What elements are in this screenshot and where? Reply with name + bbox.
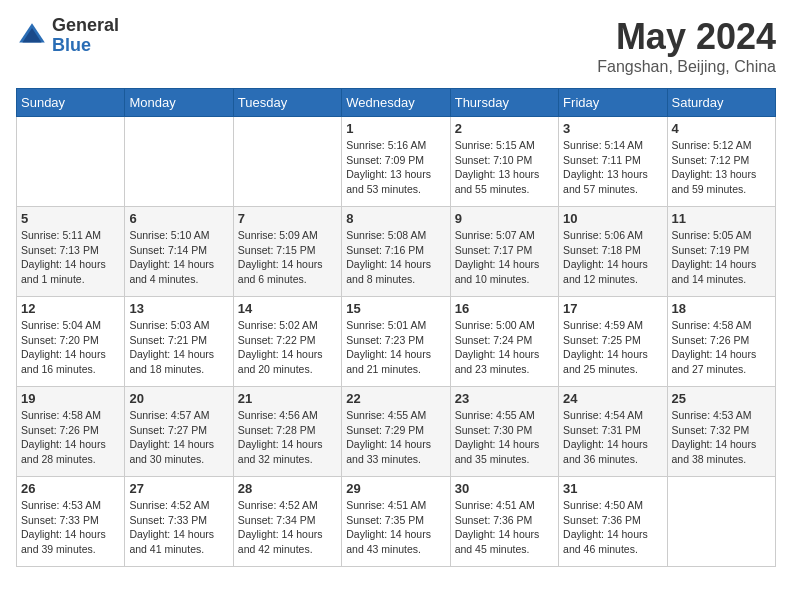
day-info: Sunrise: 5:00 AMSunset: 7:24 PMDaylight:… <box>455 318 554 377</box>
day-info: Sunrise: 5:01 AMSunset: 7:23 PMDaylight:… <box>346 318 445 377</box>
day-info: Sunrise: 5:15 AMSunset: 7:10 PMDaylight:… <box>455 138 554 197</box>
calendar-week-1: 1Sunrise: 5:16 AMSunset: 7:09 PMDaylight… <box>17 117 776 207</box>
day-number: 19 <box>21 391 120 406</box>
day-info: Sunrise: 4:53 AMSunset: 7:32 PMDaylight:… <box>672 408 771 467</box>
day-number: 21 <box>238 391 337 406</box>
day-number: 1 <box>346 121 445 136</box>
day-info: Sunrise: 4:51 AMSunset: 7:35 PMDaylight:… <box>346 498 445 557</box>
day-number: 29 <box>346 481 445 496</box>
day-number: 3 <box>563 121 662 136</box>
day-number: 22 <box>346 391 445 406</box>
calendar-cell: 7Sunrise: 5:09 AMSunset: 7:15 PMDaylight… <box>233 207 341 297</box>
calendar-cell: 5Sunrise: 5:11 AMSunset: 7:13 PMDaylight… <box>17 207 125 297</box>
logo: General Blue <box>16 16 119 56</box>
day-info: Sunrise: 4:57 AMSunset: 7:27 PMDaylight:… <box>129 408 228 467</box>
day-number: 23 <box>455 391 554 406</box>
day-info: Sunrise: 5:02 AMSunset: 7:22 PMDaylight:… <box>238 318 337 377</box>
calendar-cell <box>125 117 233 207</box>
page-header: General Blue May 2024 Fangshan, Beijing,… <box>16 16 776 76</box>
calendar-header: SundayMondayTuesdayWednesdayThursdayFrid… <box>17 89 776 117</box>
day-number: 18 <box>672 301 771 316</box>
weekday-header-monday: Monday <box>125 89 233 117</box>
logo-text: General Blue <box>52 16 119 56</box>
calendar-cell: 21Sunrise: 4:56 AMSunset: 7:28 PMDayligh… <box>233 387 341 477</box>
day-number: 26 <box>21 481 120 496</box>
calendar-cell: 2Sunrise: 5:15 AMSunset: 7:10 PMDaylight… <box>450 117 558 207</box>
day-number: 25 <box>672 391 771 406</box>
calendar-cell: 25Sunrise: 4:53 AMSunset: 7:32 PMDayligh… <box>667 387 775 477</box>
calendar-cell: 20Sunrise: 4:57 AMSunset: 7:27 PMDayligh… <box>125 387 233 477</box>
calendar-cell: 14Sunrise: 5:02 AMSunset: 7:22 PMDayligh… <box>233 297 341 387</box>
day-info: Sunrise: 4:55 AMSunset: 7:29 PMDaylight:… <box>346 408 445 467</box>
day-info: Sunrise: 5:07 AMSunset: 7:17 PMDaylight:… <box>455 228 554 287</box>
calendar-cell: 27Sunrise: 4:52 AMSunset: 7:33 PMDayligh… <box>125 477 233 567</box>
day-info: Sunrise: 4:58 AMSunset: 7:26 PMDaylight:… <box>672 318 771 377</box>
day-number: 10 <box>563 211 662 226</box>
calendar-cell: 1Sunrise: 5:16 AMSunset: 7:09 PMDaylight… <box>342 117 450 207</box>
day-info: Sunrise: 5:04 AMSunset: 7:20 PMDaylight:… <box>21 318 120 377</box>
calendar-cell: 24Sunrise: 4:54 AMSunset: 7:31 PMDayligh… <box>559 387 667 477</box>
calendar-cell: 28Sunrise: 4:52 AMSunset: 7:34 PMDayligh… <box>233 477 341 567</box>
calendar-week-4: 19Sunrise: 4:58 AMSunset: 7:26 PMDayligh… <box>17 387 776 477</box>
day-number: 20 <box>129 391 228 406</box>
day-number: 14 <box>238 301 337 316</box>
calendar-cell: 15Sunrise: 5:01 AMSunset: 7:23 PMDayligh… <box>342 297 450 387</box>
calendar-cell: 12Sunrise: 5:04 AMSunset: 7:20 PMDayligh… <box>17 297 125 387</box>
subtitle: Fangshan, Beijing, China <box>597 58 776 76</box>
day-info: Sunrise: 5:05 AMSunset: 7:19 PMDaylight:… <box>672 228 771 287</box>
calendar-cell <box>17 117 125 207</box>
day-number: 8 <box>346 211 445 226</box>
main-title: May 2024 <box>597 16 776 58</box>
day-info: Sunrise: 4:59 AMSunset: 7:25 PMDaylight:… <box>563 318 662 377</box>
calendar-cell: 19Sunrise: 4:58 AMSunset: 7:26 PMDayligh… <box>17 387 125 477</box>
day-number: 15 <box>346 301 445 316</box>
day-number: 31 <box>563 481 662 496</box>
day-info: Sunrise: 4:56 AMSunset: 7:28 PMDaylight:… <box>238 408 337 467</box>
day-info: Sunrise: 4:51 AMSunset: 7:36 PMDaylight:… <box>455 498 554 557</box>
day-number: 5 <box>21 211 120 226</box>
day-number: 24 <box>563 391 662 406</box>
day-info: Sunrise: 5:16 AMSunset: 7:09 PMDaylight:… <box>346 138 445 197</box>
day-info: Sunrise: 5:06 AMSunset: 7:18 PMDaylight:… <box>563 228 662 287</box>
day-number: 7 <box>238 211 337 226</box>
calendar-week-5: 26Sunrise: 4:53 AMSunset: 7:33 PMDayligh… <box>17 477 776 567</box>
day-info: Sunrise: 5:11 AMSunset: 7:13 PMDaylight:… <box>21 228 120 287</box>
calendar-cell: 23Sunrise: 4:55 AMSunset: 7:30 PMDayligh… <box>450 387 558 477</box>
calendar-cell: 31Sunrise: 4:50 AMSunset: 7:36 PMDayligh… <box>559 477 667 567</box>
calendar-cell: 3Sunrise: 5:14 AMSunset: 7:11 PMDaylight… <box>559 117 667 207</box>
calendar-cell: 16Sunrise: 5:00 AMSunset: 7:24 PMDayligh… <box>450 297 558 387</box>
day-number: 11 <box>672 211 771 226</box>
logo-icon <box>16 20 48 52</box>
logo-general: General <box>52 16 119 36</box>
calendar-table: SundayMondayTuesdayWednesdayThursdayFrid… <box>16 88 776 567</box>
day-number: 12 <box>21 301 120 316</box>
day-info: Sunrise: 5:10 AMSunset: 7:14 PMDaylight:… <box>129 228 228 287</box>
calendar-cell: 22Sunrise: 4:55 AMSunset: 7:29 PMDayligh… <box>342 387 450 477</box>
day-number: 28 <box>238 481 337 496</box>
calendar-cell: 30Sunrise: 4:51 AMSunset: 7:36 PMDayligh… <box>450 477 558 567</box>
calendar-cell <box>233 117 341 207</box>
calendar-body: 1Sunrise: 5:16 AMSunset: 7:09 PMDaylight… <box>17 117 776 567</box>
day-info: Sunrise: 4:55 AMSunset: 7:30 PMDaylight:… <box>455 408 554 467</box>
day-number: 17 <box>563 301 662 316</box>
calendar-week-3: 12Sunrise: 5:04 AMSunset: 7:20 PMDayligh… <box>17 297 776 387</box>
calendar-cell: 26Sunrise: 4:53 AMSunset: 7:33 PMDayligh… <box>17 477 125 567</box>
calendar-cell: 8Sunrise: 5:08 AMSunset: 7:16 PMDaylight… <box>342 207 450 297</box>
day-number: 9 <box>455 211 554 226</box>
calendar-cell: 10Sunrise: 5:06 AMSunset: 7:18 PMDayligh… <box>559 207 667 297</box>
day-info: Sunrise: 5:08 AMSunset: 7:16 PMDaylight:… <box>346 228 445 287</box>
calendar-cell: 4Sunrise: 5:12 AMSunset: 7:12 PMDaylight… <box>667 117 775 207</box>
day-info: Sunrise: 5:09 AMSunset: 7:15 PMDaylight:… <box>238 228 337 287</box>
day-info: Sunrise: 4:52 AMSunset: 7:34 PMDaylight:… <box>238 498 337 557</box>
day-info: Sunrise: 4:54 AMSunset: 7:31 PMDaylight:… <box>563 408 662 467</box>
calendar-cell: 9Sunrise: 5:07 AMSunset: 7:17 PMDaylight… <box>450 207 558 297</box>
day-info: Sunrise: 4:58 AMSunset: 7:26 PMDaylight:… <box>21 408 120 467</box>
calendar-cell: 29Sunrise: 4:51 AMSunset: 7:35 PMDayligh… <box>342 477 450 567</box>
day-number: 30 <box>455 481 554 496</box>
weekday-header-thursday: Thursday <box>450 89 558 117</box>
weekday-header-saturday: Saturday <box>667 89 775 117</box>
weekday-header-friday: Friday <box>559 89 667 117</box>
day-number: 13 <box>129 301 228 316</box>
calendar-cell: 6Sunrise: 5:10 AMSunset: 7:14 PMDaylight… <box>125 207 233 297</box>
calendar-week-2: 5Sunrise: 5:11 AMSunset: 7:13 PMDaylight… <box>17 207 776 297</box>
